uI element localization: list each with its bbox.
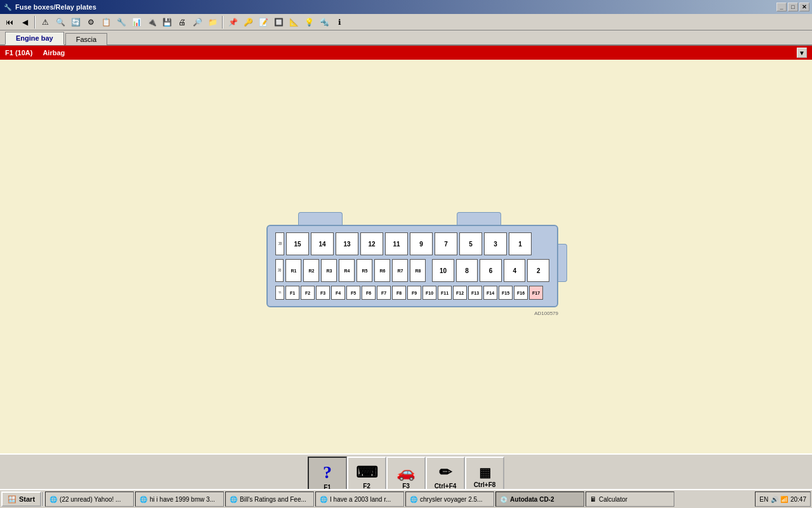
bolt-button[interactable]: 🔩 (317, 15, 331, 29)
fuse-11[interactable]: 11 (385, 232, 408, 255)
tiny-17[interactable]: F17 (529, 286, 543, 300)
toolbar: ⏮ ◀ ⚠ 🔍 🔄 ⚙ 📋 🔧 📊 🔌 💾 🖨 🔎 📁 📌 🔑 📝 🔲 📐 💡 … (0, 14, 812, 30)
fuse-7[interactable]: 7 (435, 232, 457, 255)
tiny-13[interactable]: F13 (468, 286, 482, 300)
fuse-description: Airbag (43, 49, 65, 57)
tiny-15[interactable]: F15 (499, 286, 513, 300)
fuse-row-2: R R1 R2 R3 R4 R5 R6 R7 R8 10 8 6 4 2 (275, 259, 549, 282)
taskbar-yahoo[interactable]: 🌐 (22 unread) Yahoo! ... (45, 491, 134, 507)
taskbar-autodata[interactable]: 💿 Autodata CD-2 (495, 491, 584, 507)
relay-1[interactable]: R1 (285, 259, 301, 282)
taskbar-sep-1 (43, 492, 44, 506)
fuse-10[interactable]: 10 (432, 259, 454, 282)
fuse-4[interactable]: 4 (504, 259, 526, 282)
tiny-4[interactable]: F4 (331, 286, 345, 300)
window-title: Fuse boxes/Relay plates (15, 3, 776, 11)
bmw-icon: 🌐 (140, 496, 147, 503)
tiny-1[interactable]: F1 (285, 286, 299, 300)
taskbar-land-rover[interactable]: 🌐 I have a 2003 land r... (315, 491, 404, 507)
fuse-15[interactable]: 15 (286, 232, 309, 255)
nav-first-button[interactable]: ⏮ (3, 15, 16, 29)
clipboard-button[interactable]: 📋 (99, 15, 113, 29)
tab-engine-bay[interactable]: Engine bay (5, 32, 64, 45)
taskbar-bills-ratings[interactable]: 🌐 Bill's Ratings and Fee... (225, 491, 314, 507)
window-controls: _ □ ✕ (776, 3, 809, 11)
tiny-5[interactable]: F5 (346, 286, 360, 300)
f1-icon: ? (323, 462, 332, 483)
settings-button[interactable]: ⚙ (84, 15, 98, 29)
print-button[interactable]: 🖨 (175, 15, 189, 29)
fuse-12[interactable]: 12 (360, 232, 383, 255)
tiny-3[interactable]: F3 (316, 286, 330, 300)
tiny-14[interactable]: F14 (483, 286, 497, 300)
fuse-3[interactable]: 3 (484, 232, 507, 255)
taskbar-bmw[interactable]: 🌐 hi i have 1999 bmw 3... (135, 491, 224, 507)
fuse-5[interactable]: 5 (459, 232, 482, 255)
close-button[interactable]: ✕ (799, 3, 809, 11)
zoom-button[interactable]: 🔎 (190, 15, 204, 29)
tiny-6[interactable]: F6 (362, 286, 376, 300)
tiny-8[interactable]: F8 (392, 286, 406, 300)
fuse-dropdown[interactable]: ▼ (797, 48, 807, 58)
autodata-icon: 💿 (500, 496, 508, 503)
taskbar-chrysler[interactable]: 🌐 chrysler voyager 2.5... (405, 491, 494, 507)
refresh-button[interactable]: 🔄 (69, 15, 82, 29)
measure-button[interactable]: 📐 (287, 15, 301, 29)
yahoo-icon: 🌐 (49, 496, 57, 503)
tray-icons: 🔊 📶 (771, 496, 788, 503)
chart-button[interactable]: 📊 (129, 15, 143, 29)
tiny-7[interactable]: F7 (377, 286, 391, 300)
relay-3[interactable]: R3 (321, 259, 337, 282)
fuse-label-r3: F (275, 286, 284, 300)
ctrl-f8-label: Ctrl+F8 (474, 481, 496, 488)
warning-button[interactable]: ⚠ (38, 15, 52, 29)
folder-button[interactable]: 📁 (206, 15, 219, 29)
ctrl-f4-icon: ✏ (439, 464, 452, 481)
notes-button[interactable]: 📝 (256, 15, 270, 29)
tiny-10[interactable]: F10 (422, 286, 436, 300)
search-button[interactable]: 🔍 (53, 15, 67, 29)
fuse-row-1: R 15 14 13 12 11 9 7 5 3 1 (275, 232, 549, 255)
tiny-12[interactable]: F12 (453, 286, 467, 300)
language-indicator: EN (759, 496, 768, 503)
fuse-2[interactable]: 2 (527, 259, 549, 282)
connector-tab-right (457, 212, 501, 225)
pin-button[interactable]: 📌 (226, 15, 240, 29)
fuse-14[interactable]: 14 (311, 232, 334, 255)
fuse-diagram: R 15 14 13 12 11 9 7 5 3 1 R R1 (266, 212, 558, 307)
key-button[interactable]: 🔑 (241, 15, 255, 29)
save-button[interactable]: 💾 (160, 15, 174, 29)
fuse-8[interactable]: 8 (456, 259, 478, 282)
relay-6[interactable]: R6 (374, 259, 390, 282)
toolbar-separator-2 (222, 16, 223, 29)
bills-icon: 🌐 (230, 496, 237, 503)
tab-fascia[interactable]: Fascia (65, 33, 107, 45)
fuse-6[interactable]: 6 (480, 259, 502, 282)
nav-back-button[interactable]: ◀ (18, 15, 32, 29)
tiny-16[interactable]: F16 (514, 286, 528, 300)
taskbar-calculator[interactable]: 🖩 Calculator (586, 491, 674, 507)
relay-8[interactable]: R8 (410, 259, 426, 282)
maximize-button[interactable]: □ (788, 3, 798, 11)
relay-4[interactable]: R4 (339, 259, 355, 282)
tiny-2[interactable]: F2 (301, 286, 315, 300)
connect-button[interactable]: 🔌 (145, 15, 159, 29)
light-button[interactable]: 💡 (302, 15, 316, 29)
info-button[interactable]: ℹ (332, 15, 346, 29)
tiny-11[interactable]: F11 (438, 286, 452, 300)
relay-7[interactable]: R7 (392, 259, 408, 282)
relay-2[interactable]: R2 (303, 259, 319, 282)
relay-5[interactable]: R5 (357, 259, 372, 282)
taskbar: 🪟 Start 🌐 (22 unread) Yahoo! ... 🌐 hi i … (0, 489, 812, 508)
f3-icon: 🚗 (396, 464, 416, 481)
start-label: Start (19, 495, 35, 503)
fuse-13[interactable]: 13 (336, 232, 358, 255)
start-button[interactable]: 🪟 Start (1, 491, 41, 507)
fuse-1[interactable]: 1 (509, 232, 532, 255)
watermark: AD100579 (534, 311, 558, 316)
tool-button[interactable]: 🔧 (114, 15, 128, 29)
layout-button[interactable]: 🔲 (272, 15, 285, 29)
minimize-button[interactable]: _ (776, 3, 787, 11)
tiny-9[interactable]: F9 (407, 286, 421, 300)
fuse-9[interactable]: 9 (410, 232, 433, 255)
